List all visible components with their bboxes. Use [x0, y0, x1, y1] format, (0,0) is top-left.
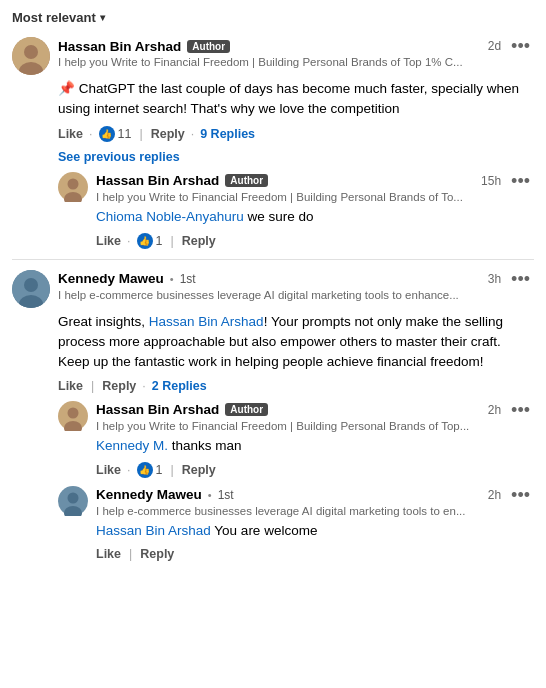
name-row: Hassan Bin Arshad Author 15h •••	[96, 172, 534, 190]
reply-actions: Like · 👍 1 | Reply	[96, 233, 534, 249]
chevron-down-icon: ▾	[100, 12, 105, 23]
sort-bar[interactable]: Most relevant ▾	[12, 10, 534, 25]
mention-link[interactable]: Hassan Bin Arshad	[96, 523, 211, 538]
comment-header: Hassan Bin Arshad Author 2d ••• I help y…	[12, 37, 534, 75]
reply-actions: Like | Reply	[96, 547, 534, 561]
reply-button[interactable]: Reply	[182, 234, 216, 248]
svg-point-10	[68, 407, 79, 418]
svg-point-7	[24, 278, 38, 292]
like-icon: 👍	[137, 462, 153, 478]
comment-header: Kennedy Maweu • 1st 3h ••• I help e-comm…	[12, 270, 534, 308]
reply-button[interactable]: Reply	[182, 463, 216, 477]
more-options-icon[interactable]: •••	[507, 172, 534, 190]
avatar	[58, 172, 88, 202]
reply-meta: Kennedy Maweu • 1st 2h ••• I help e-comm…	[96, 486, 534, 517]
like-icon: 👍	[137, 233, 153, 249]
like-number: 11	[118, 127, 132, 141]
like-button[interactable]: Like	[96, 547, 121, 561]
like-icon: 👍	[99, 126, 115, 142]
svg-point-13	[68, 492, 79, 503]
reply-text: Hassan Bin Arshad You are welcome	[96, 521, 534, 541]
replies-count[interactable]: 2 Replies	[152, 379, 207, 393]
reply-body-text: You are welcome	[211, 523, 318, 538]
reply-body-text: thanks man	[168, 438, 242, 453]
name-row: Kennedy Maweu • 1st 3h •••	[58, 270, 534, 288]
author-badge: Author	[187, 40, 230, 53]
commenter-subtitle: I help e-commerce businesses leverage AI…	[96, 505, 534, 517]
like-number: 1	[156, 463, 163, 477]
commenter-name[interactable]: Kennedy Maweu	[58, 271, 164, 286]
avatar	[12, 270, 50, 308]
avatar	[58, 486, 88, 516]
reply-header: Kennedy Maweu • 1st 2h ••• I help e-comm…	[58, 486, 534, 517]
commenter-name[interactable]: Hassan Bin Arshad	[96, 173, 219, 188]
reply-block: Hassan Bin Arshad Author 15h ••• I help …	[58, 172, 534, 249]
comment-meta: Hassan Bin Arshad Author 2d ••• I help y…	[58, 37, 534, 68]
connection-badge: 1st	[218, 488, 234, 502]
reply-meta: Hassan Bin Arshad Author 15h ••• I help …	[96, 172, 534, 203]
reply-button[interactable]: Reply	[140, 547, 174, 561]
comment-block: Kennedy Maweu • 1st 3h ••• I help e-comm…	[12, 270, 534, 561]
svg-point-4	[68, 178, 79, 189]
comment-time: 3h	[488, 272, 501, 286]
author-badge: Author	[225, 174, 268, 187]
like-button[interactable]: Like	[58, 379, 83, 393]
reply-time: 2h	[488, 488, 501, 502]
commenter-subtitle: I help you Write to Financial Freedom | …	[96, 420, 534, 432]
comment-text: 📌 ChatGPT the last couple of days has be…	[58, 79, 534, 120]
replies-section: Hassan Bin Arshad Author 2h ••• I help y…	[58, 401, 534, 562]
reply-body: Hassan Bin Arshad You are welcome Like |…	[96, 521, 534, 561]
sort-label: Most relevant	[12, 10, 96, 25]
comment-text: Great insights, Hassan Bin Arshad! Your …	[58, 312, 534, 373]
section-divider	[12, 259, 534, 260]
comment-actions: Like · 👍 11 | Reply · 9 Replies	[58, 126, 534, 142]
reply-time: 2h	[488, 403, 501, 417]
reply-button[interactable]: Reply	[151, 127, 185, 141]
commenter-name[interactable]: Hassan Bin Arshad	[58, 39, 181, 54]
like-number: 1	[156, 234, 163, 248]
comment-body: Great insights, Hassan Bin Arshad! Your …	[58, 312, 534, 393]
reply-header: Hassan Bin Arshad Author 2h ••• I help y…	[58, 401, 534, 432]
author-badge: Author	[225, 403, 268, 416]
comment-body: 📌 ChatGPT the last couple of days has be…	[58, 79, 534, 142]
reply-button[interactable]: Reply	[102, 379, 136, 393]
like-button[interactable]: Like	[96, 234, 121, 248]
name-row: Kennedy Maweu • 1st 2h •••	[96, 486, 534, 504]
like-button[interactable]: Like	[96, 463, 121, 477]
like-count: 👍 1	[137, 462, 163, 478]
connection-badge: 1st	[180, 272, 196, 286]
comments-container: Most relevant ▾ Hassan Bin Arshad Author…	[0, 0, 546, 579]
more-options-icon[interactable]: •••	[507, 270, 534, 288]
mention-link[interactable]: Kennedy M.	[96, 438, 168, 453]
like-count: 👍 1	[137, 233, 163, 249]
svg-point-1	[24, 45, 38, 59]
reply-header: Hassan Bin Arshad Author 15h ••• I help …	[58, 172, 534, 203]
more-options-icon[interactable]: •••	[507, 401, 534, 419]
replies-section: Hassan Bin Arshad Author 15h ••• I help …	[58, 172, 534, 249]
commenter-subtitle: I help e-commerce businesses leverage AI…	[58, 289, 534, 301]
comment-actions: Like | Reply · 2 Replies	[58, 379, 534, 393]
see-previous-link[interactable]: See previous replies	[58, 150, 534, 164]
comment-time: 2d	[488, 39, 501, 53]
more-options-icon[interactable]: •••	[507, 486, 534, 504]
reply-block: Hassan Bin Arshad Author 2h ••• I help y…	[58, 401, 534, 478]
reply-text: Kennedy M. thanks man	[96, 436, 534, 456]
commenter-name[interactable]: Kennedy Maweu	[96, 487, 202, 502]
commenter-name[interactable]: Hassan Bin Arshad	[96, 402, 219, 417]
mention-link[interactable]: Chioma Noble-Anyahuru	[96, 209, 244, 224]
mention-link[interactable]: Hassan Bin Arshad	[149, 314, 264, 329]
reply-time: 15h	[481, 174, 501, 188]
reply-actions: Like · 👍 1 | Reply	[96, 462, 534, 478]
replies-count[interactable]: 9 Replies	[200, 127, 255, 141]
like-count: 👍 11	[99, 126, 132, 142]
comment-block: Hassan Bin Arshad Author 2d ••• I help y…	[12, 37, 534, 249]
avatar	[12, 37, 50, 75]
reply-block: Kennedy Maweu • 1st 2h ••• I help e-comm…	[58, 486, 534, 561]
reply-text: Chioma Noble-Anyahuru we sure do	[96, 207, 534, 227]
more-options-icon[interactable]: •••	[507, 37, 534, 55]
reply-meta: Hassan Bin Arshad Author 2h ••• I help y…	[96, 401, 534, 432]
name-row: Hassan Bin Arshad Author 2h •••	[96, 401, 534, 419]
avatar	[58, 401, 88, 431]
reply-body: Chioma Noble-Anyahuru we sure do Like · …	[96, 207, 534, 249]
like-button[interactable]: Like	[58, 127, 83, 141]
